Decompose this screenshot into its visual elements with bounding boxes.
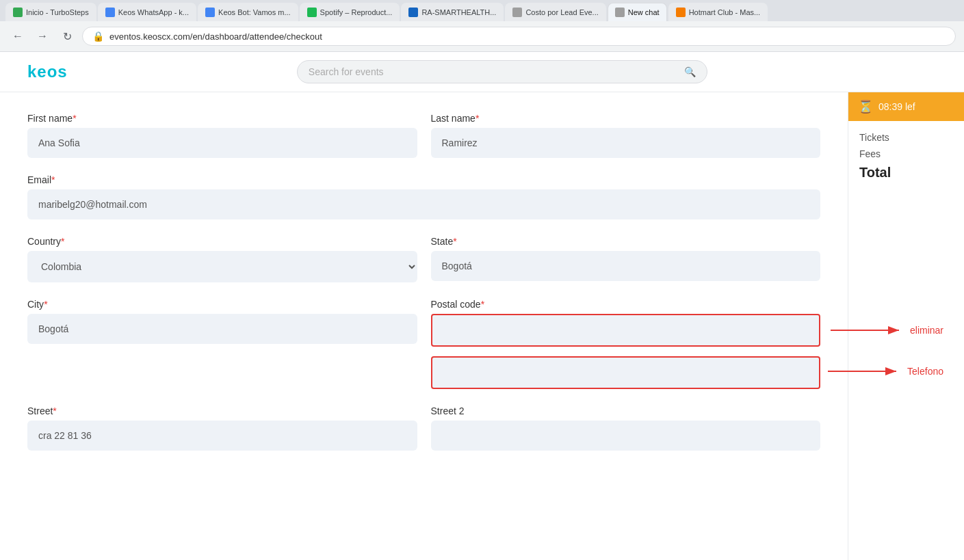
search-bar[interactable]: Search for events 🔍	[297, 60, 707, 83]
tab-favicon-keos-bot	[205, 8, 215, 17]
country-label: Country*	[27, 236, 417, 247]
timer-bar: ⏳ 08:39 lef	[848, 92, 964, 121]
tab-favicon-keos-whatsapp	[105, 8, 115, 17]
search-icon: 🔍	[684, 66, 696, 77]
street-row: Street* Street 2	[27, 405, 820, 451]
address-bar[interactable]: 🔒 eventos.keoscx.com/en/dashboard/attend…	[82, 27, 956, 46]
first-name-label: First name*	[27, 113, 417, 124]
tab-favicon-costo	[512, 8, 522, 17]
page-wrapper: First name* Last name* Email*	[0, 92, 964, 560]
tab-favicon-turbosteps	[13, 8, 23, 17]
postal-required: *	[481, 299, 484, 310]
tab-costo-lead[interactable]: Costo por Lead Eve...	[505, 3, 605, 21]
search-placeholder-text: Search for events	[309, 66, 384, 77]
tab-label-keos-whatsapp: Keos WhatsApp - k...	[118, 8, 189, 16]
tab-label-hotmart: Hotmart Club - Mas...	[689, 8, 761, 16]
country-state-row: Country* Colombia State*	[27, 236, 820, 282]
state-label: State*	[431, 236, 821, 247]
country-select[interactable]: Colombia	[27, 251, 417, 282]
fees-row: Fees	[859, 148, 953, 159]
email-row: Email*	[27, 174, 820, 219]
tab-label-spotify: Spotify – Reproduct...	[320, 8, 393, 16]
tab-favicon-hotmart	[676, 8, 686, 17]
last-name-group: Last name*	[431, 113, 821, 158]
phone-annotation-area: Telefono	[431, 354, 821, 389]
sidebar: ⏳ 08:39 lef Tickets Fees Total	[848, 92, 964, 560]
street-group: Street*	[27, 405, 417, 451]
tab-favicon-ra	[408, 8, 418, 17]
last-name-label: Last name*	[431, 113, 821, 124]
street2-group: Street 2	[431, 405, 821, 451]
tab-label-new-chat: New chat	[628, 8, 660, 16]
timer-icon: ⏳	[858, 99, 873, 114]
first-name-required: *	[73, 113, 76, 124]
tab-favicon-spotify	[307, 8, 317, 17]
forward-button[interactable]: →	[33, 27, 52, 46]
street-label: Street*	[27, 405, 417, 416]
tab-spotify[interactable]: Spotify – Reproduct...	[300, 3, 400, 21]
form-section: First name* Last name* Email*	[0, 92, 848, 560]
total-label: Total	[859, 165, 953, 181]
tab-keos-bot[interactable]: Keos Bot: Vamos m...	[198, 3, 298, 21]
tab-label-ra: RA-SMARTHEALTH...	[421, 8, 496, 16]
email-label: Email*	[27, 174, 820, 185]
tab-label-keos-bot: Keos Bot: Vamos m...	[218, 8, 291, 16]
fees-label: Fees	[859, 148, 881, 159]
postal-group: Postal code*	[431, 299, 821, 389]
tab-favicon-new-chat	[615, 8, 625, 17]
lock-icon: 🔒	[92, 31, 104, 42]
tab-label-turbosteps: Inicio - TurboSteps	[26, 8, 89, 16]
street-input[interactable]	[27, 421, 417, 451]
tabs-bar: Inicio - TurboSteps Keos WhatsApp - k...…	[0, 0, 964, 21]
state-group: State*	[431, 236, 821, 282]
city-postal-row: City* Postal code*	[27, 299, 820, 389]
tab-keos-whatsapp[interactable]: Keos WhatsApp - k...	[98, 3, 196, 21]
email-required: *	[51, 174, 55, 185]
tickets-label: Tickets	[859, 132, 889, 143]
email-group: Email*	[27, 174, 820, 219]
city-input[interactable]	[27, 314, 417, 344]
tab-turbosteps[interactable]: Inicio - TurboSteps	[5, 3, 96, 21]
last-name-required: *	[476, 113, 479, 124]
state-input[interactable]	[431, 251, 821, 281]
email-input[interactable]	[27, 189, 820, 219]
city-required: *	[44, 299, 47, 310]
postal-code-label: Postal code*	[431, 299, 821, 310]
site-header: keos Search for events 🔍	[0, 52, 964, 92]
state-required: *	[453, 236, 456, 247]
tab-new-chat[interactable]: New chat	[608, 3, 667, 21]
street2-label: Street 2	[431, 405, 821, 416]
postal-annotation-area: eliminar	[431, 314, 821, 347]
last-name-input[interactable]	[431, 128, 821, 158]
name-row: First name* Last name*	[27, 113, 820, 158]
site-logo[interactable]: keos	[27, 62, 68, 81]
tickets-row: Tickets	[859, 132, 953, 143]
back-button[interactable]: ←	[8, 27, 27, 46]
tab-hotmart[interactable]: Hotmart Club - Mas...	[668, 3, 768, 21]
reload-button[interactable]: ↻	[57, 27, 77, 46]
street2-input[interactable]	[431, 421, 821, 451]
tab-ra-smarthealth[interactable]: RA-SMARTHEALTH...	[401, 3, 504, 21]
street-required: *	[53, 405, 56, 416]
city-label: City*	[27, 299, 417, 310]
timer-text: 08:39 lef	[878, 101, 915, 112]
postal-code-input-annotated[interactable]	[431, 314, 821, 347]
first-name-input[interactable]	[27, 128, 417, 158]
sidebar-content: Tickets Fees Total	[848, 121, 964, 191]
phone-input-annotated[interactable]	[431, 356, 821, 389]
tab-label-costo: Costo por Lead Eve...	[525, 8, 598, 16]
country-group: Country* Colombia	[27, 236, 417, 282]
country-required: *	[61, 236, 64, 247]
city-group: City*	[27, 299, 417, 344]
url-text: eventos.keoscx.com/en/dashboard/attendee…	[109, 31, 322, 42]
browser-nav: ← → ↻ 🔒 eventos.keoscx.com/en/dashboard/…	[0, 21, 964, 51]
browser-chrome: Inicio - TurboSteps Keos WhatsApp - k...…	[0, 0, 964, 52]
first-name-group: First name*	[27, 113, 417, 158]
